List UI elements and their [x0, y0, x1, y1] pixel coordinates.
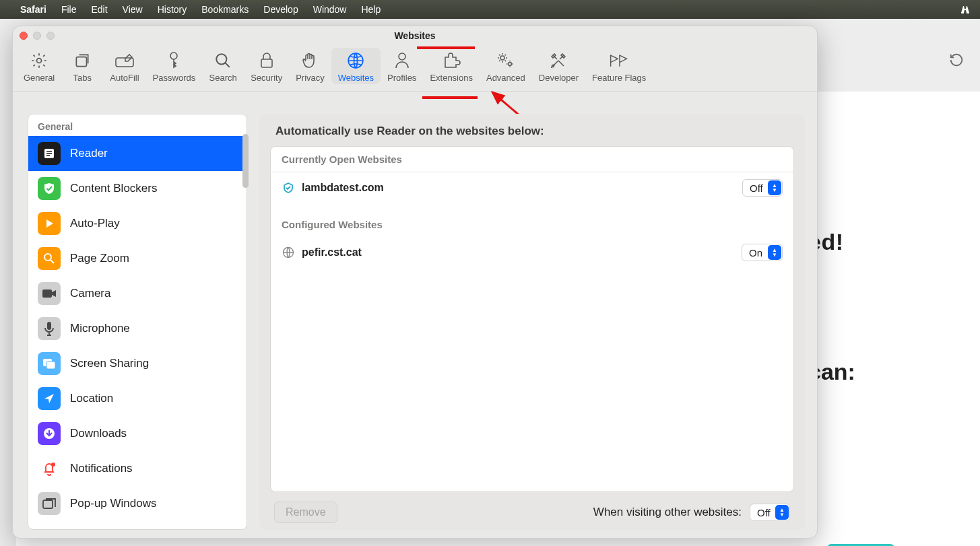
svg-point-0 — [37, 59, 42, 63]
gears-icon — [496, 50, 516, 71]
site-favicon-icon — [282, 181, 295, 195]
menu-file[interactable]: File — [61, 4, 77, 15]
website-name: pefir.cst.cat — [302, 246, 362, 259]
tab-label: Developer — [539, 73, 579, 83]
tab-extensions[interactable]: Extensions — [423, 48, 480, 84]
close-window-button[interactable] — [20, 32, 28, 40]
key-icon — [164, 50, 184, 71]
svg-rect-17 — [47, 322, 51, 330]
sidebar-scrollbar[interactable] — [242, 134, 249, 188]
system-menubar: Safari File Edit View History Bookmarks … — [0, 0, 980, 19]
sidebar-item-label: Screen Sharing — [70, 357, 149, 370]
svg-rect-13 — [46, 153, 52, 154]
tab-search[interactable]: Search — [202, 48, 244, 84]
tab-security[interactable]: Security — [244, 48, 289, 84]
svg-point-21 — [51, 463, 55, 467]
sidebar-item-page-zoom[interactable]: Page Zoom — [28, 241, 247, 276]
tab-general[interactable]: General — [17, 48, 61, 84]
tab-feature-flags[interactable]: Feature Flags — [585, 48, 653, 84]
default-setting-select[interactable]: Off ▲▼ — [750, 504, 790, 521]
tab-label: Privacy — [296, 73, 325, 83]
sidebar-item-popup-windows[interactable]: Pop-up Windows — [28, 486, 247, 521]
select-input[interactable]: Off — [750, 504, 790, 521]
select-input[interactable]: On — [742, 244, 783, 261]
pane-footer: Remove When visiting other websites: Off… — [270, 492, 794, 523]
tab-developer[interactable]: Developer — [532, 48, 585, 84]
minimize-window-button[interactable] — [33, 32, 41, 40]
svg-point-15 — [44, 254, 51, 261]
sidebar-item-label: Camera — [70, 287, 110, 300]
zoom-window-button[interactable] — [46, 32, 55, 40]
window-stack-icon — [38, 492, 61, 515]
binoculars-status-icon[interactable] — [960, 4, 972, 15]
tools-icon — [548, 50, 568, 71]
svg-rect-12 — [46, 151, 52, 152]
globe-grid-icon — [346, 50, 366, 71]
play-icon — [38, 212, 61, 235]
menu-window[interactable]: Window — [313, 4, 347, 15]
download-icon — [38, 422, 61, 445]
tab-label: Passwords — [153, 73, 196, 83]
svg-point-9 — [508, 63, 511, 66]
location-arrow-icon — [38, 387, 61, 410]
websites-list: Currently Open Websites lambdatest.com O… — [270, 146, 794, 492]
sidebar-item-screen-sharing[interactable]: Screen Sharing — [28, 346, 247, 381]
select-input[interactable]: Off — [742, 179, 783, 197]
menubar-app-name[interactable]: Safari — [20, 4, 46, 15]
sidebar-item-notifications[interactable]: Notifications — [28, 451, 247, 486]
person-icon — [392, 50, 412, 71]
reader-setting-select[interactable]: On ▲▼ — [742, 244, 783, 261]
tab-tabs[interactable]: Tabs — [61, 48, 103, 84]
zoom-icon — [38, 247, 61, 270]
tab-label: Advanced — [486, 73, 525, 83]
menu-develop[interactable]: Develop — [263, 4, 298, 15]
hand-icon — [300, 50, 320, 71]
tab-label: Tabs — [73, 73, 92, 83]
tab-profiles[interactable]: Profiles — [381, 48, 423, 84]
sidebar-item-label: Notifications — [70, 462, 133, 475]
window-title: Websites — [394, 30, 435, 41]
shield-check-icon — [38, 177, 61, 200]
sidebar-item-location[interactable]: Location — [28, 381, 247, 416]
sidebar-item-microphone[interactable]: Microphone — [28, 311, 247, 346]
website-row[interactable]: lambdatest.com Off ▲▼ — [271, 172, 793, 203]
default-setting-label: When visiting other websites: — [593, 506, 742, 519]
sidebar-item-label: Microphone — [70, 322, 130, 335]
remove-button[interactable]: Remove — [274, 502, 337, 523]
menu-bookmarks[interactable]: Bookmarks — [201, 4, 249, 15]
sidebar-item-label: Downloads — [70, 427, 127, 440]
sidebar-section-header: General — [28, 114, 247, 136]
reader-icon — [38, 142, 61, 165]
sidebar-item-camera[interactable]: Camera — [28, 276, 247, 311]
svg-rect-22 — [43, 500, 53, 508]
svg-rect-1 — [77, 57, 87, 67]
sidebar-item-content-blockers[interactable]: Content Blockers — [28, 171, 247, 206]
reload-button[interactable] — [945, 48, 968, 71]
annotation-underline — [417, 46, 475, 49]
sidebar-item-auto-play[interactable]: Auto-Play — [28, 206, 247, 241]
menu-edit[interactable]: Edit — [91, 4, 107, 15]
sidebar-item-reader[interactable]: Reader — [28, 136, 247, 171]
tab-autofill[interactable]: AutoFill — [103, 48, 145, 84]
flags-icon — [609, 50, 629, 71]
menu-history[interactable]: History — [158, 4, 187, 15]
tab-label: Extensions — [430, 73, 473, 83]
svg-point-8 — [500, 56, 504, 60]
tab-advanced[interactable]: Advanced — [480, 48, 532, 84]
tab-privacy[interactable]: Privacy — [289, 48, 331, 84]
sidebar-container: General Reader Content Blockers Auto-Pla… — [28, 114, 247, 530]
tab-websites[interactable]: Websites — [331, 48, 381, 84]
preferences-body: General Reader Content Blockers Auto-Pla… — [13, 102, 817, 538]
website-row[interactable]: pefir.cst.cat On ▲▼ — [271, 237, 793, 268]
gear-icon — [29, 50, 49, 71]
configured-websites-header: Configured Websites — [271, 203, 793, 237]
tabs-icon — [72, 50, 92, 71]
tab-passwords[interactable]: Passwords — [146, 48, 203, 84]
menu-view[interactable]: View — [123, 4, 143, 15]
pencil-rectangle-icon — [115, 50, 135, 71]
sidebar-item-downloads[interactable]: Downloads — [28, 416, 247, 451]
reader-setting-select[interactable]: Off ▲▼ — [742, 179, 783, 197]
open-websites-header: Currently Open Websites — [271, 147, 793, 172]
puzzle-piece-icon — [441, 50, 461, 71]
menu-help[interactable]: Help — [361, 4, 381, 15]
